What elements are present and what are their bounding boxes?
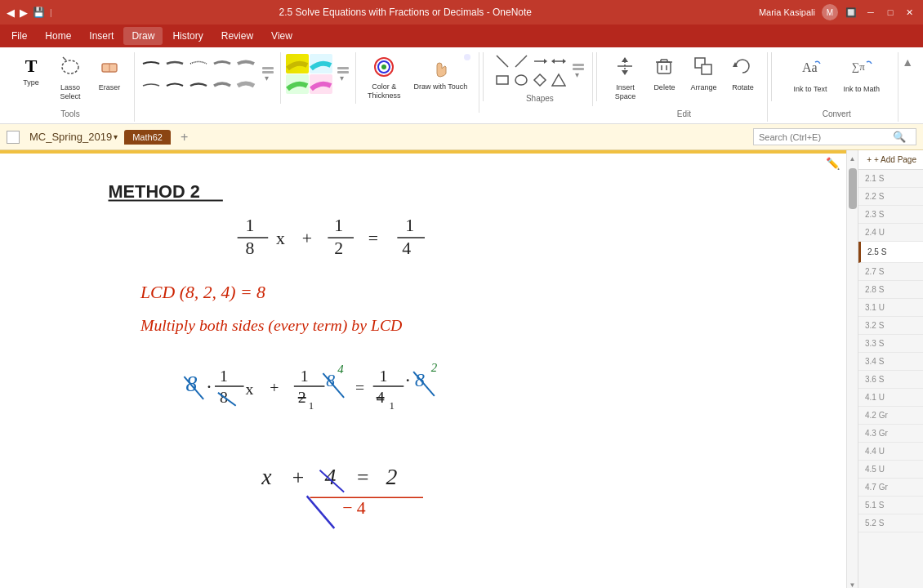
page-item[interactable]: 4.4 U xyxy=(858,443,923,461)
hl-cyan[interactable] xyxy=(310,54,332,74)
page-item[interactable]: 4.1 U xyxy=(858,389,923,407)
pen-sample-4[interactable] xyxy=(211,54,234,74)
arrange-icon xyxy=(693,56,714,82)
eraser-button[interactable]: Eraser xyxy=(91,52,127,105)
draw-with-touch-button[interactable]: Draw with Touch xyxy=(409,52,473,105)
color-thickness-icon xyxy=(372,56,395,81)
restore-icon[interactable]: 🔲 xyxy=(845,6,858,19)
scroll-up-button[interactable]: ▲ xyxy=(848,152,858,165)
rotate-button[interactable]: Rotate xyxy=(725,52,760,105)
minimize-icon[interactable]: ─ xyxy=(864,6,877,19)
notebook-checkbox[interactable] xyxy=(7,131,20,144)
menu-item-home[interactable]: Home xyxy=(37,27,79,45)
shape-triangle[interactable] xyxy=(550,71,568,89)
highlighter-group: ▾ xyxy=(281,52,356,104)
ink-to-math-button[interactable]: ∑π Ink to Math xyxy=(836,52,886,105)
shape-arrow-both[interactable] xyxy=(550,52,568,70)
page-item[interactable]: 3.6 S xyxy=(858,371,923,389)
page-item[interactable]: 4.3 Gr xyxy=(858,425,923,443)
content-area[interactable]: METHOD 2 1 8 x + 1 2 = xyxy=(0,173,846,588)
insert-space-button[interactable]: InsertSpace xyxy=(607,52,643,105)
menu-item-draw[interactable]: Draw xyxy=(123,27,163,45)
pen-sample-9[interactable] xyxy=(211,74,234,94)
ink-math-icon: ∑π xyxy=(850,56,873,83)
notebook-name[interactable]: MC_Spring_2019 ▾ xyxy=(29,131,118,143)
delete-button[interactable]: Delete xyxy=(646,52,682,105)
edit-page-icon[interactable]: ✏️ xyxy=(826,157,840,170)
page-item[interactable]: 4.5 U xyxy=(858,461,923,479)
svg-text:=: = xyxy=(368,229,378,248)
page-item[interactable]: 2.2 S xyxy=(858,188,923,206)
page-item[interactable]: 3.2 S xyxy=(858,317,923,335)
page-item[interactable]: 3.4 S xyxy=(858,353,923,371)
pen-sample-8[interactable] xyxy=(187,74,210,94)
page-item[interactable]: 4.2 Gr xyxy=(858,407,923,425)
svg-marker-19 xyxy=(622,57,628,62)
arrange-button[interactable]: Arrange xyxy=(685,52,721,105)
section-tab[interactable]: Math62 xyxy=(124,130,171,145)
save-icon[interactable]: 💾 xyxy=(33,7,45,18)
scroll-thumb[interactable] xyxy=(849,168,857,209)
shape-arrow-right[interactable] xyxy=(531,52,549,70)
shape-line-diag2[interactable] xyxy=(512,52,530,70)
shape-line-diag1[interactable] xyxy=(493,52,511,70)
forward-icon[interactable]: ▶ xyxy=(20,7,28,19)
color-thickness-button[interactable]: Color &Thickness xyxy=(363,52,406,105)
pen-sample-3[interactable] xyxy=(187,54,210,74)
pen-sample-7[interactable] xyxy=(163,74,186,94)
menu-item-review[interactable]: Review xyxy=(213,27,261,45)
page-item[interactable]: 2.4 U xyxy=(858,224,923,242)
menu-item-insert[interactable]: Insert xyxy=(81,27,122,45)
menu-item-view[interactable]: View xyxy=(263,27,301,45)
profile-icon[interactable]: M xyxy=(822,4,838,20)
separator-1 xyxy=(483,52,484,101)
hl-green[interactable] xyxy=(286,74,309,94)
page-item[interactable]: 2.3 S xyxy=(858,206,923,224)
page-item[interactable]: 5.1 S xyxy=(858,497,923,514)
search-icon[interactable]: 🔍 xyxy=(893,131,906,143)
svg-text:x: x xyxy=(261,464,272,489)
type-button[interactable]: T Type xyxy=(13,52,49,105)
page-item[interactable]: 5.2 S xyxy=(858,514,923,532)
page-item[interactable]: 3.3 S xyxy=(858,335,923,353)
hl-pink[interactable] xyxy=(310,74,332,94)
close-icon[interactable]: ✕ xyxy=(903,6,916,19)
shapes-grid xyxy=(493,52,568,89)
collapse-ribbon-button[interactable]: ▲ xyxy=(898,52,916,72)
lasso-icon xyxy=(60,56,81,82)
maximize-icon[interactable]: □ xyxy=(884,6,897,19)
svg-text:+: + xyxy=(302,229,312,248)
math-content-svg: METHOD 2 1 8 x + 1 2 = xyxy=(0,173,846,588)
back-icon[interactable]: ◀ xyxy=(7,7,15,19)
pen-sample-10[interactable] xyxy=(234,74,257,94)
scroll-down-button[interactable]: ▼ xyxy=(848,578,858,588)
search-box: 🔍 xyxy=(753,128,916,145)
hl-yellow[interactable] xyxy=(286,54,309,74)
svg-text:1: 1 xyxy=(334,216,343,235)
shapes-more-button[interactable]: ▾ xyxy=(571,64,586,78)
search-input[interactable] xyxy=(759,132,890,142)
lasso-select-button[interactable]: LassoSelect xyxy=(52,52,88,105)
highlighter-more-button[interactable]: ▾ xyxy=(336,67,350,82)
svg-marker-12 xyxy=(551,59,555,64)
page-item-active[interactable]: 2.5 S xyxy=(858,242,923,263)
svg-text:1: 1 xyxy=(380,367,388,385)
page-item[interactable]: 4.7 Gr xyxy=(858,479,923,497)
page-item[interactable]: 2.8 S xyxy=(858,281,923,299)
shape-rect[interactable] xyxy=(493,71,511,89)
pen-sample-2[interactable] xyxy=(163,54,186,74)
pen-sample-1[interactable] xyxy=(140,54,163,74)
page-item[interactable]: 2.7 S xyxy=(858,263,923,281)
pen-more-button[interactable]: ▾ xyxy=(261,67,275,82)
page-item[interactable]: 3.1 U xyxy=(858,299,923,317)
shape-circle[interactable] xyxy=(512,71,530,89)
pen-sample-6[interactable] xyxy=(140,74,163,94)
add-page-button[interactable]: + + Add Page xyxy=(858,150,923,170)
pen-sample-5[interactable] xyxy=(234,54,257,74)
page-item[interactable]: 2.1 S xyxy=(858,170,923,188)
add-tab-button[interactable]: + xyxy=(177,130,191,145)
shape-diamond[interactable] xyxy=(531,71,549,89)
menu-item-history[interactable]: History xyxy=(164,27,211,45)
ink-to-text-button[interactable]: Aa Ink to Text xyxy=(787,52,834,105)
menu-item-file[interactable]: File xyxy=(3,27,35,45)
